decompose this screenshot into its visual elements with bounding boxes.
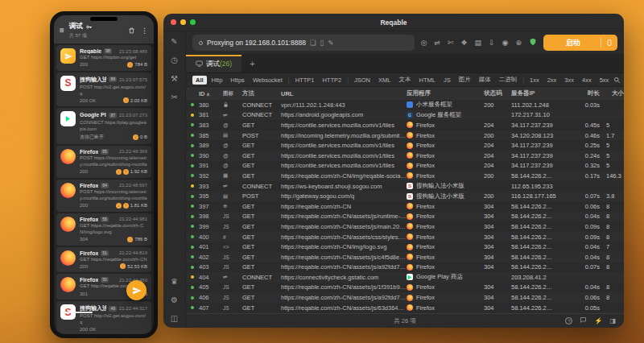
send-fab-button[interactable] <box>126 280 147 300</box>
script-icon[interactable]: ▤ <box>475 39 482 47</box>
filter-5xx[interactable]: 5xx <box>597 76 613 85</box>
certificate-icon[interactable] <box>529 38 537 48</box>
filter-json[interactable]: JSON <box>351 76 374 85</box>
record-icon[interactable]: ◉ <box>502 39 509 47</box>
cell-status: 200 <box>484 172 511 180</box>
filter-媒体[interactable]: 媒体 <box>476 75 494 85</box>
table-row[interactable]: 400#GEThttps://reqable.com/zh-CN/assets/… <box>186 232 624 242</box>
list-item[interactable]: S搜狗输入法小米版4921:22:44:317POST http://v2.ge… <box>56 301 151 334</box>
table-row[interactable]: 407JSGEThttps://reqable.com/zh-CN/assets… <box>186 303 624 313</box>
list-item[interactable]: Firefox5121:22:44:819GET https://reqable… <box>56 247 151 273</box>
filter-all[interactable]: All <box>192 76 207 85</box>
column-header-method[interactable]: 方法 <box>242 89 281 97</box>
debug-icon[interactable]: ✎ <box>171 38 177 46</box>
copy-icon[interactable]: ❏ <box>310 39 316 47</box>
crop-icon[interactable]: ✄ <box>448 39 454 47</box>
api-icon[interactable]: ◎ <box>421 39 427 47</box>
gplay-app-icon <box>407 274 413 280</box>
cell-duration: 0.45s <box>571 122 603 129</box>
table-row[interactable]: 399JSGEThttps://reqable.com/zh-CN/assets… <box>186 221 624 232</box>
at-icon: @ <box>223 153 242 159</box>
filter-3xx[interactable]: 3xx <box>561 76 577 85</box>
filter-1xx[interactable]: 1xx <box>526 76 543 85</box>
cell-url: https://contile.services.mozilla.com/v1/… <box>281 142 407 149</box>
column-header-dur[interactable]: 时长 <box>571 89 603 97</box>
list-item[interactable]: Reqable9821:23:08:486GET https://httpbin… <box>56 45 151 71</box>
new-tab-button[interactable]: + <box>242 59 262 68</box>
table-row[interactable]: 390@GEThttps://contile.services.mozilla.… <box>186 151 624 161</box>
column-header-status[interactable]: 状态码 <box>484 89 511 97</box>
filter-文本[interactable]: 文本 <box>395 75 414 85</box>
menu-icon[interactable]: ≡ <box>60 27 64 35</box>
filter-http1[interactable]: HTTP1 <box>292 76 318 85</box>
start-button[interactable]: 启动 <box>543 35 617 51</box>
table-row[interactable]: 402JSGEThttps://reqable.com/zh-CN/assets… <box>186 252 624 262</box>
table-row[interactable]: 398JSGEThttps://reqable.com/zh-CN/assets… <box>186 212 624 222</box>
settings-icon[interactable]: ⚙ <box>171 296 178 304</box>
column-header-ip[interactable]: 服务器IP <box>511 89 571 97</box>
list-item[interactable]: S搜狗输入法小米版8921:23:07:575POST http://v2.ge… <box>56 72 151 107</box>
item-size-text: 1.81 KB <box>130 203 147 208</box>
cell-app: Firefox <box>407 243 484 250</box>
list-item[interactable]: Firefox6521:22:49:366POST https://incomi… <box>56 146 151 178</box>
cell-app: Firefox <box>407 172 484 180</box>
list-item[interactable]: Firefox6421:22:48:697POST https://incomi… <box>56 180 151 212</box>
proxy-address-chip[interactable]: Proxying on 192.168.0.101:8888 ❏ ▯ ✎ <box>192 35 415 51</box>
table-row[interactable]: 405JSGEThttps://reqable.com/zh-CN/assets… <box>186 283 624 293</box>
connect-icon[interactable]: ⇌ <box>434 39 440 47</box>
phone-title-block: 调试 共 57 项 <box>69 22 123 39</box>
table-row[interactable]: 406JSGEThttps://reqable.com/zh-CN/assets… <box>186 292 624 303</box>
table-row[interactable]: 391@GEThttps://contile.services.mozilla.… <box>186 161 624 172</box>
filter-二进制[interactable]: 二进制 <box>496 75 521 85</box>
widget-icon[interactable]: ❖ <box>460 39 467 47</box>
list-item[interactable]: Google Play 商店8721:23:07:273CONNECT http… <box>56 108 151 144</box>
column-header-size[interactable]: 大小 <box>603 89 624 97</box>
filter-separator: | <box>287 77 291 83</box>
kebab-menu-icon[interactable]: ⋮ <box>141 27 148 35</box>
table-row[interactable]: 389@GEThttps://contile.services.mozilla.… <box>186 140 624 151</box>
filter-图片[interactable]: 图片 <box>456 75 474 85</box>
table-row[interactable]: 401<>GEThttps://reqable.com/zh-CN/img/lo… <box>186 242 624 252</box>
search-icon[interactable] <box>613 76 621 84</box>
toolbox-icon[interactable]: ⚒ <box>171 75 178 83</box>
column-header-app[interactable]: 应用程序 <box>407 89 484 97</box>
table-row[interactable]: 385▤POSThttps://incoming.telemetry.mozil… <box>186 130 624 141</box>
filter-xml[interactable]: XML <box>375 76 394 85</box>
cell-app-name: Firefox <box>416 254 435 261</box>
phone-icon[interactable]: ▯ <box>320 39 324 47</box>
device-icon[interactable] <box>601 39 617 47</box>
filter-http[interactable]: Http <box>208 76 226 85</box>
edit-icon[interactable]: ✎ <box>328 39 333 47</box>
network-icon[interactable]: ⊕ <box>515 39 522 47</box>
download-icon[interactable]: ⇩ <box>489 39 495 47</box>
filter-js[interactable]: JS <box>440 76 454 85</box>
item-size-text: 1.92 KB <box>130 169 147 174</box>
history-icon[interactable]: ◷ <box>171 56 178 64</box>
scissors-icon[interactable]: ✂ <box>171 93 177 101</box>
filter-http2[interactable]: HTTP2 <box>319 76 345 85</box>
column-header-id[interactable]: ID ∧ <box>199 90 223 97</box>
table-row[interactable]: 381⇌CONNECThttps://android.googleapis.co… <box>186 110 624 121</box>
table-row[interactable]: 403JSGEThttps://reqable.com/zh-CN/assets… <box>186 262 624 273</box>
table-row[interactable]: 383@GEThttps://contile.services.mozilla.… <box>186 120 624 130</box>
list-item[interactable]: Firefox5621:22:44:981GET https://reqable… <box>56 213 151 246</box>
column-header-icon[interactable]: 图标 <box>223 90 242 97</box>
panel-icon[interactable]: ◫ <box>171 315 178 323</box>
column-header-url[interactable]: URL <box>281 90 407 97</box>
trash-icon[interactable] <box>128 27 135 35</box>
table-row[interactable]: 404⇌CONNECThttps://connectivitycheck.gst… <box>186 272 624 283</box>
filter-websocket[interactable]: Websocket <box>250 76 286 85</box>
table-row[interactable]: 397⊕GEThttps://reqable.com/zh-CNFirefox3… <box>186 201 624 212</box>
crown-icon[interactable]: ♛ <box>171 278 178 286</box>
filter-https[interactable]: Https <box>227 76 248 85</box>
cell-app-name: Firefox <box>416 294 435 301</box>
filter-2xx[interactable]: 2xx <box>544 76 560 85</box>
tab-debug[interactable]: 调试(26) <box>186 55 242 72</box>
filter-html[interactable]: HTML <box>415 76 438 85</box>
item-count-badge: 49 <box>109 306 117 312</box>
table-row[interactable]: 395▤POSThttp://gateway.sogou.com/qS搜狗输入法… <box>186 191 624 201</box>
table-row[interactable]: 393⇌CONNECThttps://ws-keyboard.shouji.so… <box>186 181 624 192</box>
table-row[interactable]: 380CONNECTvpn://111.202.1.248:443小米服务框架2… <box>186 100 624 110</box>
filter-4xx[interactable]: 4xx <box>579 76 595 85</box>
table-row[interactable]: 392▦GEThttps://reqable.com/zh-CN/img/req… <box>186 171 624 181</box>
